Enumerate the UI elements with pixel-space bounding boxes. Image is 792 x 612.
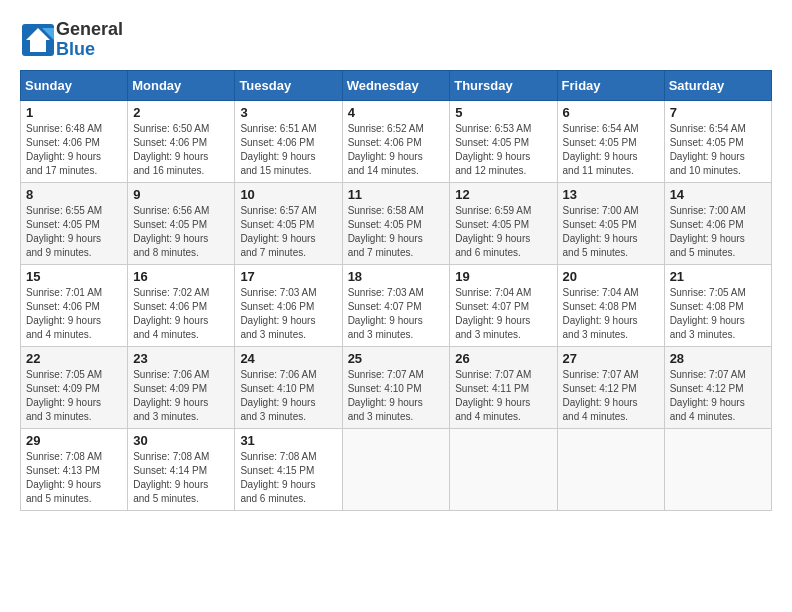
calendar-cell: 15Sunrise: 7:01 AM Sunset: 4:06 PM Dayli…	[21, 264, 128, 346]
day-number: 2	[133, 105, 229, 120]
calendar-cell: 29Sunrise: 7:08 AM Sunset: 4:13 PM Dayli…	[21, 428, 128, 510]
day-info: Sunrise: 7:05 AM Sunset: 4:08 PM Dayligh…	[670, 286, 766, 342]
calendar-cell: 26Sunrise: 7:07 AM Sunset: 4:11 PM Dayli…	[450, 346, 557, 428]
day-info: Sunrise: 7:05 AM Sunset: 4:09 PM Dayligh…	[26, 368, 122, 424]
day-info: Sunrise: 7:01 AM Sunset: 4:06 PM Dayligh…	[26, 286, 122, 342]
day-number: 8	[26, 187, 122, 202]
day-number: 22	[26, 351, 122, 366]
day-number: 14	[670, 187, 766, 202]
day-number: 28	[670, 351, 766, 366]
day-info: Sunrise: 6:50 AM Sunset: 4:06 PM Dayligh…	[133, 122, 229, 178]
day-info: Sunrise: 7:03 AM Sunset: 4:06 PM Dayligh…	[240, 286, 336, 342]
day-header-monday: Monday	[128, 70, 235, 100]
calendar-row: 1Sunrise: 6:48 AM Sunset: 4:06 PM Daylig…	[21, 100, 772, 182]
day-number: 21	[670, 269, 766, 284]
day-header-saturday: Saturday	[664, 70, 771, 100]
day-info: Sunrise: 7:00 AM Sunset: 4:05 PM Dayligh…	[563, 204, 659, 260]
day-info: Sunrise: 6:56 AM Sunset: 4:05 PM Dayligh…	[133, 204, 229, 260]
calendar-cell: 3Sunrise: 6:51 AM Sunset: 4:06 PM Daylig…	[235, 100, 342, 182]
day-number: 18	[348, 269, 445, 284]
calendar-cell: 14Sunrise: 7:00 AM Sunset: 4:06 PM Dayli…	[664, 182, 771, 264]
day-number: 11	[348, 187, 445, 202]
calendar-cell: 18Sunrise: 7:03 AM Sunset: 4:07 PM Dayli…	[342, 264, 450, 346]
calendar-row: 22Sunrise: 7:05 AM Sunset: 4:09 PM Dayli…	[21, 346, 772, 428]
day-info: Sunrise: 6:52 AM Sunset: 4:06 PM Dayligh…	[348, 122, 445, 178]
calendar-cell: 6Sunrise: 6:54 AM Sunset: 4:05 PM Daylig…	[557, 100, 664, 182]
calendar-cell: 20Sunrise: 7:04 AM Sunset: 4:08 PM Dayli…	[557, 264, 664, 346]
calendar-cell: 31Sunrise: 7:08 AM Sunset: 4:15 PM Dayli…	[235, 428, 342, 510]
day-info: Sunrise: 7:03 AM Sunset: 4:07 PM Dayligh…	[348, 286, 445, 342]
calendar-cell: 30Sunrise: 7:08 AM Sunset: 4:14 PM Dayli…	[128, 428, 235, 510]
day-number: 5	[455, 105, 551, 120]
day-info: Sunrise: 6:51 AM Sunset: 4:06 PM Dayligh…	[240, 122, 336, 178]
day-number: 15	[26, 269, 122, 284]
calendar-cell: 2Sunrise: 6:50 AM Sunset: 4:06 PM Daylig…	[128, 100, 235, 182]
calendar-cell	[342, 428, 450, 510]
day-number: 12	[455, 187, 551, 202]
calendar-cell	[664, 428, 771, 510]
calendar-cell: 4Sunrise: 6:52 AM Sunset: 4:06 PM Daylig…	[342, 100, 450, 182]
day-info: Sunrise: 7:04 AM Sunset: 4:08 PM Dayligh…	[563, 286, 659, 342]
day-info: Sunrise: 7:06 AM Sunset: 4:09 PM Dayligh…	[133, 368, 229, 424]
calendar-cell	[450, 428, 557, 510]
day-info: Sunrise: 7:07 AM Sunset: 4:12 PM Dayligh…	[563, 368, 659, 424]
day-number: 30	[133, 433, 229, 448]
day-number: 1	[26, 105, 122, 120]
calendar-cell: 27Sunrise: 7:07 AM Sunset: 4:12 PM Dayli…	[557, 346, 664, 428]
calendar-table: SundayMondayTuesdayWednesdayThursdayFrid…	[20, 70, 772, 511]
day-header-sunday: Sunday	[21, 70, 128, 100]
day-info: Sunrise: 6:54 AM Sunset: 4:05 PM Dayligh…	[670, 122, 766, 178]
day-number: 19	[455, 269, 551, 284]
day-number: 10	[240, 187, 336, 202]
day-info: Sunrise: 7:07 AM Sunset: 4:12 PM Dayligh…	[670, 368, 766, 424]
day-number: 27	[563, 351, 659, 366]
day-number: 24	[240, 351, 336, 366]
day-info: Sunrise: 6:59 AM Sunset: 4:05 PM Dayligh…	[455, 204, 551, 260]
calendar-cell: 12Sunrise: 6:59 AM Sunset: 4:05 PM Dayli…	[450, 182, 557, 264]
day-number: 25	[348, 351, 445, 366]
calendar-cell: 13Sunrise: 7:00 AM Sunset: 4:05 PM Dayli…	[557, 182, 664, 264]
day-number: 20	[563, 269, 659, 284]
day-number: 13	[563, 187, 659, 202]
calendar-cell: 19Sunrise: 7:04 AM Sunset: 4:07 PM Dayli…	[450, 264, 557, 346]
day-header-tuesday: Tuesday	[235, 70, 342, 100]
calendar-header: SundayMondayTuesdayWednesdayThursdayFrid…	[21, 70, 772, 100]
day-number: 4	[348, 105, 445, 120]
day-info: Sunrise: 7:08 AM Sunset: 4:14 PM Dayligh…	[133, 450, 229, 506]
calendar-row: 15Sunrise: 7:01 AM Sunset: 4:06 PM Dayli…	[21, 264, 772, 346]
day-info: Sunrise: 6:55 AM Sunset: 4:05 PM Dayligh…	[26, 204, 122, 260]
calendar-cell: 24Sunrise: 7:06 AM Sunset: 4:10 PM Dayli…	[235, 346, 342, 428]
day-info: Sunrise: 7:00 AM Sunset: 4:06 PM Dayligh…	[670, 204, 766, 260]
calendar-cell: 11Sunrise: 6:58 AM Sunset: 4:05 PM Dayli…	[342, 182, 450, 264]
calendar-row: 29Sunrise: 7:08 AM Sunset: 4:13 PM Dayli…	[21, 428, 772, 510]
calendar-row: 8Sunrise: 6:55 AM Sunset: 4:05 PM Daylig…	[21, 182, 772, 264]
day-info: Sunrise: 7:07 AM Sunset: 4:10 PM Dayligh…	[348, 368, 445, 424]
day-header-friday: Friday	[557, 70, 664, 100]
calendar-cell: 8Sunrise: 6:55 AM Sunset: 4:05 PM Daylig…	[21, 182, 128, 264]
calendar-cell: 9Sunrise: 6:56 AM Sunset: 4:05 PM Daylig…	[128, 182, 235, 264]
day-number: 7	[670, 105, 766, 120]
day-info: Sunrise: 7:04 AM Sunset: 4:07 PM Dayligh…	[455, 286, 551, 342]
calendar-cell: 22Sunrise: 7:05 AM Sunset: 4:09 PM Dayli…	[21, 346, 128, 428]
day-number: 31	[240, 433, 336, 448]
day-info: Sunrise: 7:07 AM Sunset: 4:11 PM Dayligh…	[455, 368, 551, 424]
calendar-cell: 23Sunrise: 7:06 AM Sunset: 4:09 PM Dayli…	[128, 346, 235, 428]
logo: General Blue	[20, 20, 123, 60]
calendar-cell: 17Sunrise: 7:03 AM Sunset: 4:06 PM Dayli…	[235, 264, 342, 346]
day-info: Sunrise: 6:53 AM Sunset: 4:05 PM Dayligh…	[455, 122, 551, 178]
day-info: Sunrise: 6:58 AM Sunset: 4:05 PM Dayligh…	[348, 204, 445, 260]
calendar-cell: 10Sunrise: 6:57 AM Sunset: 4:05 PM Dayli…	[235, 182, 342, 264]
page-header: General Blue	[20, 20, 772, 60]
calendar-cell	[557, 428, 664, 510]
day-header-thursday: Thursday	[450, 70, 557, 100]
day-number: 16	[133, 269, 229, 284]
day-info: Sunrise: 7:02 AM Sunset: 4:06 PM Dayligh…	[133, 286, 229, 342]
day-info: Sunrise: 6:54 AM Sunset: 4:05 PM Dayligh…	[563, 122, 659, 178]
calendar-cell: 16Sunrise: 7:02 AM Sunset: 4:06 PM Dayli…	[128, 264, 235, 346]
day-number: 23	[133, 351, 229, 366]
day-number: 3	[240, 105, 336, 120]
day-number: 6	[563, 105, 659, 120]
day-info: Sunrise: 7:08 AM Sunset: 4:15 PM Dayligh…	[240, 450, 336, 506]
day-number: 17	[240, 269, 336, 284]
calendar-body: 1Sunrise: 6:48 AM Sunset: 4:06 PM Daylig…	[21, 100, 772, 510]
